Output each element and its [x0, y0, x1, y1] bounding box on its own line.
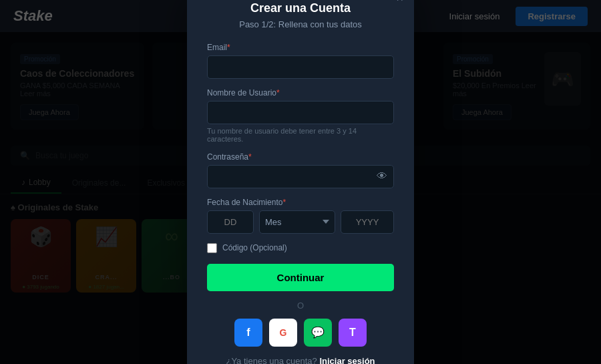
login-question-text: ¿Ya tienes una cuenta? — [226, 356, 317, 365]
dob-row: Mes Enero Febrero Marzo Abril Mayo Junio… — [207, 210, 394, 234]
google-icon: G — [280, 327, 287, 338]
promo-code-label: Código (Opcional) — [222, 243, 287, 252]
continue-button[interactable]: Continuar — [207, 264, 394, 291]
password-input[interactable] — [207, 165, 394, 188]
password-wrapper: 👁 — [207, 165, 394, 188]
twitch-login-button[interactable]: T — [339, 319, 367, 347]
dob-label: Fecha de Nacimiento* — [207, 198, 394, 207]
email-label: Email* — [207, 43, 394, 52]
username-hint: Tu nombre de usuario debe tener entre 3 … — [207, 127, 394, 143]
promo-code-row: Código (Opcional) — [207, 243, 394, 253]
username-label: Nombre de Usuario* — [207, 88, 394, 98]
email-input[interactable] — [207, 55, 394, 79]
registration-modal: × Crear una Cuenta Paso 1/2: Rellena con… — [187, 0, 414, 364]
social-divider: O — [207, 301, 394, 311]
dob-field-group: Fecha de Nacimiento* Mes Enero Febrero M… — [207, 198, 394, 234]
modal-title: Crear una Cuenta — [207, 1, 394, 15]
username-field-group: Nombre de Usuario* Tu nombre de usuario … — [207, 88, 394, 143]
wechat-login-button[interactable]: 💬 — [304, 319, 332, 347]
social-login-row: f G 💬 T — [207, 319, 394, 347]
email-field-group: Email* — [207, 43, 394, 79]
dob-day-input[interactable] — [207, 210, 254, 234]
google-login-button[interactable]: G — [269, 319, 297, 347]
toggle-password-button[interactable]: 👁 — [377, 170, 387, 182]
modal-subtitle: Paso 1/2: Rellena con tus datos — [207, 19, 394, 29]
wechat-icon: 💬 — [311, 326, 325, 339]
dob-month-select[interactable]: Mes Enero Febrero Marzo Abril Mayo Junio… — [259, 210, 335, 234]
login-link-row: ¿Ya tienes una cuenta? Iniciar sesión — [207, 356, 394, 365]
promo-code-checkbox[interactable] — [207, 243, 217, 253]
close-button[interactable]: × — [396, 0, 403, 4]
dob-year-input[interactable] — [341, 210, 394, 234]
username-input[interactable] — [207, 101, 394, 124]
facebook-icon: f — [246, 327, 250, 339]
password-label: Contraseña* — [207, 152, 394, 162]
facebook-login-button[interactable]: f — [234, 319, 262, 347]
twitch-icon: T — [349, 327, 356, 339]
password-field-group: Contraseña* 👁 — [207, 152, 394, 188]
login-link[interactable]: Iniciar sesión — [319, 356, 375, 365]
